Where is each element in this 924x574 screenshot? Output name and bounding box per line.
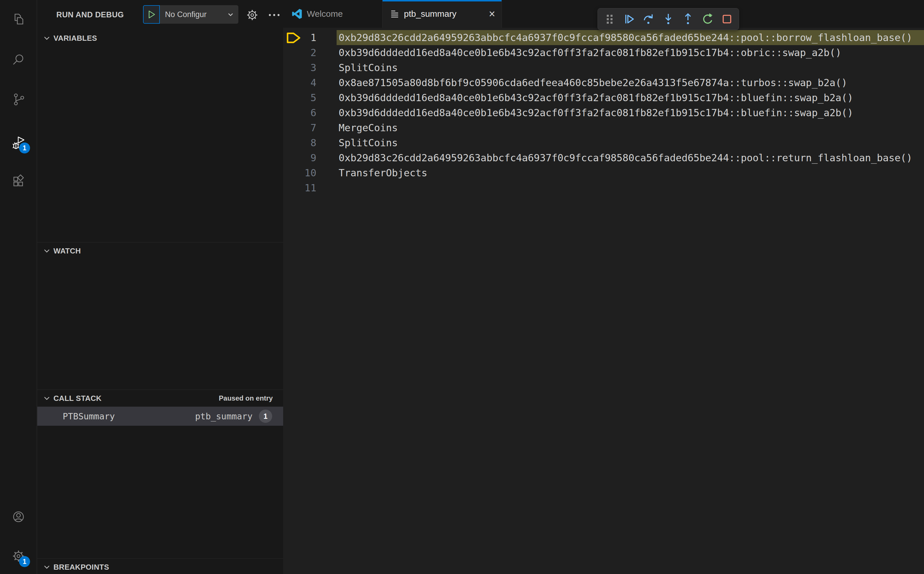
debug-config-dropdown[interactable]: No Configur xyxy=(160,5,238,24)
tab-ptb-summary[interactable]: ptb_summary × xyxy=(383,0,502,28)
line-number: 8 xyxy=(283,135,316,150)
code-line-6[interactable]: 60xb39d6dddedd16ed8a40ce0b1e6b43c92acf0f… xyxy=(283,105,924,120)
vscode-logo-icon xyxy=(292,9,302,19)
more-actions-icon[interactable] xyxy=(268,11,280,19)
run-and-debug-sidebar: RUN AND DEBUG No Configur xyxy=(37,0,283,574)
line-number: 2 xyxy=(283,45,316,60)
chevron-down-icon xyxy=(227,11,235,18)
call-stack-frame-row[interactable]: PTBSummary ptb_summary 1 xyxy=(37,407,283,426)
line-number: 1 xyxy=(283,30,316,45)
run-and-debug-icon[interactable]: 1 xyxy=(10,134,27,151)
debug-config-value: No Configur xyxy=(165,10,206,19)
sidebar-header: RUN AND DEBUG No Configur xyxy=(37,0,283,30)
code-text: MergeCoins xyxy=(338,120,398,135)
toolbar-drag-handle[interactable] xyxy=(602,11,617,27)
source-control-icon[interactable] xyxy=(10,91,27,107)
watch-section: WATCH xyxy=(37,242,283,259)
code-text: SplitCoins xyxy=(338,60,398,75)
sidebar-title: RUN AND DEBUG xyxy=(56,10,124,19)
settings-gear-icon[interactable]: 1 xyxy=(10,548,27,564)
watch-section-header[interactable]: WATCH xyxy=(37,243,283,259)
chevron-down-icon xyxy=(43,394,50,402)
code-text: 0xb39d6dddedd16ed8a40ce0b1e6b43c92acf0ff… xyxy=(338,105,853,120)
debug-settings-gear-icon[interactable] xyxy=(246,9,258,21)
line-number: 10 xyxy=(283,165,316,180)
variables-section-header[interactable]: VARIABLES xyxy=(37,30,283,47)
settings-badge: 1 xyxy=(19,556,30,567)
code-line-10[interactable]: 10TransferObjects xyxy=(283,165,924,180)
activity-bar: 1 1 xyxy=(0,0,37,574)
code-line-7[interactable]: 7MergeCoins xyxy=(283,120,924,135)
line-number: 9 xyxy=(283,150,316,165)
call-stack-section: CALL STACK Paused on entry PTBSummary pt… xyxy=(37,390,283,558)
list-file-icon xyxy=(390,9,399,19)
step-out-button[interactable] xyxy=(680,11,696,27)
chevron-down-icon xyxy=(43,247,50,255)
line-number: 7 xyxy=(283,120,316,135)
line-number: 5 xyxy=(283,90,316,105)
code-line-4[interactable]: 40x8ae871505a80d8bf6bf9c05906cda6edfeea4… xyxy=(283,75,924,90)
frame-source: ptb_summary xyxy=(195,411,252,421)
watch-section-label: WATCH xyxy=(54,246,81,255)
variables-section: VARIABLES xyxy=(37,30,283,47)
line-number: 3 xyxy=(283,60,316,75)
paused-status: Paused on entry xyxy=(219,394,273,402)
code-line-11[interactable]: 11 xyxy=(283,180,924,196)
code-text: 0x8ae871505a80d8bf6bf9c05906cda6edfeea46… xyxy=(338,75,847,90)
line-number: 6 xyxy=(283,105,316,120)
chevron-down-icon xyxy=(43,35,50,42)
code-text: 0xb29d83c26cdd2a64959263abbcfc4a6937f0c9… xyxy=(338,30,913,45)
step-over-button[interactable] xyxy=(641,11,656,27)
editor-lines: 10xb29d83c26cdd2a64959263abbcfc4a6937f0c… xyxy=(283,30,924,196)
frame-name: PTBSummary xyxy=(63,411,115,421)
tab-welcome-label: Welcome xyxy=(307,9,343,19)
code-line-9[interactable]: 90xb29d83c26cdd2a64959263abbcfc4a6937f0c… xyxy=(283,150,924,165)
tab-welcome[interactable]: Welcome xyxy=(283,0,383,28)
breakpoints-section-label: BREAKPOINTS xyxy=(54,563,109,572)
code-line-2[interactable]: 20xb39d6dddedd16ed8a40ce0b1e6b43c92acf0f… xyxy=(283,45,924,60)
debug-toolbar xyxy=(598,8,739,30)
chevron-down-icon xyxy=(43,563,50,571)
continue-button[interactable] xyxy=(622,11,637,27)
debug-launch-group: No Configur xyxy=(143,5,238,24)
extensions-icon[interactable] xyxy=(10,173,27,189)
code-line-8[interactable]: 8SplitCoins xyxy=(283,135,924,150)
code-text: 0xb29d83c26cdd2a64959263abbcfc4a6937f0c9… xyxy=(338,150,913,165)
code-line-5[interactable]: 50xb39d6dddedd16ed8a40ce0b1e6b43c92acf0f… xyxy=(283,90,924,105)
code-text: TransferObjects xyxy=(338,165,427,180)
account-icon[interactable] xyxy=(10,509,27,525)
debug-badge: 1 xyxy=(19,142,30,153)
code-text: 0xb39d6dddedd16ed8a40ce0b1e6b43c92acf0ff… xyxy=(338,90,853,105)
call-stack-section-label: CALL STACK xyxy=(54,394,102,403)
variables-section-label: VARIABLES xyxy=(54,34,97,43)
line-number: 4 xyxy=(283,75,316,90)
code-text: 0xb39d6dddedd16ed8a40ce0b1e6b43c92acf0ff… xyxy=(338,45,841,60)
code-line-3[interactable]: 3SplitCoins xyxy=(283,60,924,75)
stop-button[interactable] xyxy=(719,11,735,27)
step-into-button[interactable] xyxy=(661,11,676,27)
tab-ptb-summary-label: ptb_summary xyxy=(404,9,456,19)
frame-badge: 1 xyxy=(259,410,272,423)
code-line-1[interactable]: 10xb29d83c26cdd2a64959263abbcfc4a6937f0c… xyxy=(283,30,924,45)
search-icon[interactable] xyxy=(10,52,27,68)
line-number: 11 xyxy=(283,180,316,196)
restart-button[interactable] xyxy=(700,11,715,27)
breakpoints-section: BREAKPOINTS xyxy=(37,558,283,574)
explorer-icon[interactable] xyxy=(10,11,27,27)
code-text: SplitCoins xyxy=(338,135,398,150)
code-editor[interactable]: 10xb29d83c26cdd2a64959263abbcfc4a6937f0c… xyxy=(283,28,924,574)
start-debug-button[interactable] xyxy=(143,5,160,24)
editor-group: Welcome ptb_summary × xyxy=(283,0,924,574)
breakpoints-section-header[interactable]: BREAKPOINTS xyxy=(37,559,283,574)
close-tab-icon[interactable]: × xyxy=(489,8,495,19)
call-stack-section-header[interactable]: CALL STACK Paused on entry xyxy=(37,390,283,407)
